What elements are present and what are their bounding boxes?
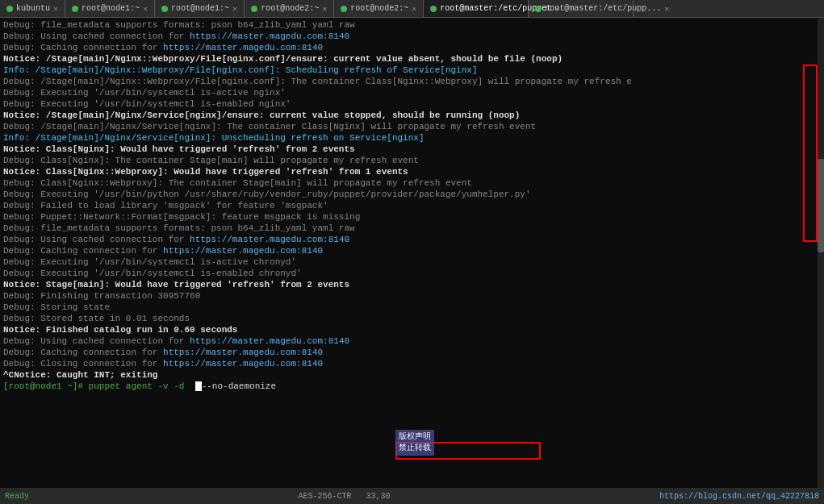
terminal-line: Info: /Stage[main]/Nginx::Webproxy/File[… [3,65,821,76]
tab-node1-2[interactable]: root@node1:~ ✕ [155,0,245,17]
tab-icon [430,6,437,12]
scrollbar-thumb[interactable] [818,159,824,253]
terminal-line: Debug: /Stage[main]/Nginx/Service[nginx]… [3,121,821,132]
tab-close[interactable]: ✕ [143,4,148,14]
terminal-line: Notice: Stage[main]: Would have triggere… [3,279,821,290]
terminal-line: Debug: Executing '/usr/bin/systemctl is-… [3,256,821,268]
tab-master-pupp[interactable]: root@master:/etc/pupp... ✕ [529,0,634,17]
tab-node2-2[interactable]: root@node2:~ ✕ [334,0,424,17]
terminal-line: Debug: /Stage[main]/Nginx::Webproxy/File… [3,76,821,87]
terminal-line: Debug: file_metadata supports formats: p… [3,223,821,234]
terminal-line: Debug: Using cached connection for https… [3,234,821,245]
tab-label: kubuntu [16,4,50,13]
enc-label: AES-256-CTR [298,492,351,501]
tab-icon [535,6,542,12]
terminal-line: Notice: /Stage[main]/Nginx::Webproxy/Fil… [3,53,821,65]
terminal-line: Debug: Class[Nginx::Webproxy]: The conta… [3,177,821,189]
tab-icon [6,6,13,12]
tab-icon [72,6,78,12]
terminal-line: Debug: Caching connection for https://ma… [3,347,821,358]
tab-close[interactable]: ✕ [664,4,669,14]
terminal-line: Debug: Using cached connection for https… [3,335,821,347]
terminal-line: Debug: Puppet::Network::Format[msgpack]:… [3,211,821,223]
scrollbar[interactable] [818,18,824,488]
tab-node2-1[interactable]: root@node2:~ ✕ [245,0,334,17]
terminal-line: Debug: Storing state [3,302,821,313]
tab-icon [161,6,168,12]
tab-label: root@master:/etc/pupp... [545,4,661,13]
terminal-line: Notice: Class[Nginx::Webproxy]: Would ha… [3,166,821,177]
tab-label: root@node2:~ [350,4,408,13]
terminal-line: Debug: Stored state in 0.01 seconds [3,313,821,324]
terminal-line: Debug: Finishing transaction 30957760 [3,290,821,302]
cursor [195,381,202,391]
terminal-line: Debug: Using cached connection for https… [3,31,821,42]
terminal-line: ^CNotice: Caught INT; exiting [3,369,821,381]
terminal-line: Info: /Stage[main]/Nginx/Service[nginx]:… [3,132,821,144]
tab-label: root@node2:~ [261,4,319,13]
watermark-line2: 禁止转载 [399,443,431,454]
terminal-output[interactable]: Debug: file_metadata supports formats: p… [0,18,824,488]
url-display: https://blog.csdn.net/qq_42227818 [659,492,819,501]
tab-icon [341,6,347,12]
tab-close[interactable]: ✕ [412,4,416,14]
pos-label: 33,30 [366,492,390,501]
watermark-overlay: 版权声明 禁止转载 [395,430,434,456]
terminal-line: Debug: Executing '/usr/bin/systemctl is-… [3,268,821,279]
tab-node1-1[interactable]: root@node1:~ ✕ [65,0,155,17]
tab-label: root@node1:~ [171,4,229,13]
terminal-line: Debug: Class[Nginx]: The container Stage… [3,155,821,166]
watermark-line1: 版权声明 [399,431,431,443]
terminal-line: Notice: Finished catalog run in 0.60 sec… [3,324,821,335]
tab-close[interactable]: ✕ [322,4,327,14]
tab-bar: kubuntu ✕ root@node1:~ ✕ root@node1:~ ✕ … [0,0,824,18]
tab-icon [251,6,257,12]
tab-kubuntu[interactable]: kubuntu ✕ [0,0,65,17]
tab-close[interactable]: ✕ [53,4,58,14]
terminal-line: Debug: Failed to load library 'msgpack' … [3,200,821,211]
terminal-line: Notice: /Stage[main]/Nginx/Service[nginx… [3,110,821,121]
status-bar: Ready AES-256-CTR 33,30 https://blog.csd… [0,488,824,504]
terminal-line: [root@node1 ~]# puppet agent -v -d --no-… [3,381,821,392]
terminal-line: Debug: Caching connection for https://ma… [3,42,821,53]
terminal-line: Debug: Caching connection for https://ma… [3,245,821,256]
terminal-line: Debug: file_metadata supports formats: p… [3,19,821,31]
terminal-line: Debug: Executing '/usr/bin/systemctl is-… [3,98,821,110]
terminal-line: Notice: Class[Nginx]: Would have trigger… [3,144,821,155]
tab-master-puppet[interactable]: root@master:/etc/puppet ✕ [424,0,529,17]
tab-close[interactable]: ✕ [232,4,237,14]
tab-label: root@node1:~ [82,4,140,13]
terminal-line: Debug: Closing connection for https://ma… [3,358,821,369]
terminal-line: Debug: Executing '/usr/bin/python /usr/s… [3,189,821,200]
enc-info: AES-256-CTR 33,30 [298,492,390,501]
terminal-line: Debug: Executing '/usr/bin/systemctl is-… [3,87,821,98]
ready-label: Ready [5,492,29,501]
